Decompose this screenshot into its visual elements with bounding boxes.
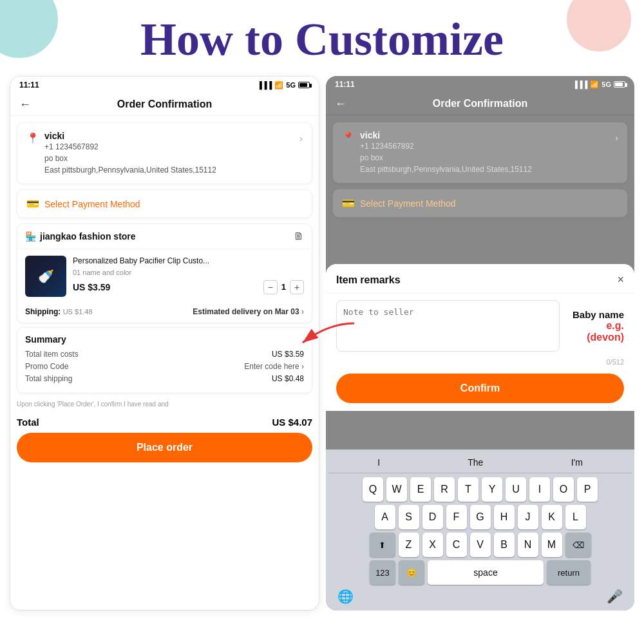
- suggestion-the[interactable]: The: [468, 457, 483, 468]
- emoji-key[interactable]: 😊: [399, 560, 424, 585]
- right-address-line2: East pittsburgh,Pennsylvania,United Stat…: [360, 164, 610, 175]
- product-variant: 01 name and color: [73, 269, 304, 276]
- modal-close-button[interactable]: ×: [617, 273, 624, 287]
- key-a[interactable]: A: [375, 505, 395, 529]
- char-count: 0/512: [326, 358, 634, 370]
- battery-icon: [298, 82, 310, 88]
- address-line2: East pittsburgh,Pennsylvania,United Stat…: [44, 164, 294, 176]
- note-icon[interactable]: 🗎: [294, 231, 304, 242]
- keyboard-row-2: A S D F G H J K L: [328, 505, 632, 529]
- key-i[interactable]: I: [529, 477, 550, 502]
- left-payment-text: Select Payment Method: [44, 199, 140, 209]
- key-w[interactable]: W: [386, 477, 407, 502]
- key-k[interactable]: K: [542, 505, 562, 529]
- suggestion-im[interactable]: I'm: [571, 457, 583, 468]
- right-battery-icon: [614, 81, 625, 88]
- place-order-button[interactable]: Place order: [17, 433, 312, 462]
- backspace-key[interactable]: ⌫: [565, 533, 591, 557]
- key-p[interactable]: P: [577, 477, 598, 502]
- address-phone: +1 1234567892: [44, 141, 294, 153]
- key-h[interactable]: H: [494, 505, 515, 529]
- keyboard-row-3: ⬆ Z X C V B N M ⌫: [328, 533, 632, 557]
- key-o[interactable]: O: [553, 477, 574, 502]
- key-s[interactable]: S: [399, 505, 419, 529]
- right-nav-bar: ← Order Confirmation: [326, 93, 634, 115]
- suggestion-i[interactable]: I: [377, 457, 380, 468]
- left-address-card[interactable]: 📍 vicki +1 1234567892 po box East pittsb…: [17, 122, 312, 184]
- left-nav-title: Order Confirmation: [117, 99, 213, 110]
- summary-section: Summary Total item costs US $3.59 Promo …: [17, 327, 312, 393]
- key-d[interactable]: D: [422, 505, 443, 529]
- keyboard-bottom-icons: 🌐 🎤: [328, 585, 632, 604]
- summary-val-1: Enter code here ›: [244, 362, 304, 371]
- right-status-bar: 11:11 ▐▐▐ 📶 5G: [326, 76, 634, 93]
- right-back-button[interactable]: ←: [335, 97, 346, 111]
- globe-icon[interactable]: 🌐: [337, 589, 354, 604]
- key-f[interactable]: F: [446, 505, 467, 529]
- address-content: vicki +1 1234567892 po box East pittsbur…: [44, 131, 294, 176]
- page-title: How to Customize: [0, 0, 644, 76]
- left-payment-row[interactable]: 💳 Select Payment Method: [17, 189, 312, 218]
- product-row: 🍼 Personalized Baby Pacifier Clip Custo.…: [17, 249, 312, 303]
- qty-value: 1: [281, 282, 286, 292]
- store-icon: 🏪: [25, 231, 36, 242]
- store-header: 🏪 jiangkao fashion store 🗎: [17, 224, 312, 249]
- right-location-icon: 📍: [342, 131, 355, 144]
- key-e[interactable]: E: [410, 477, 431, 502]
- total-row: Total US $4.07: [10, 412, 319, 433]
- right-time: 11:11: [335, 80, 355, 89]
- baby-name-label: Baby name: [573, 309, 624, 320]
- summary-key-2: Total shipping: [25, 374, 72, 383]
- right-panel: 11:11 ▐▐▐ 📶 5G ← Order Confirmation 📍: [326, 76, 634, 611]
- key-m[interactable]: M: [542, 533, 562, 557]
- key-n[interactable]: N: [518, 533, 538, 557]
- keyboard-row-1: Q W E R T Y U I O P: [328, 477, 632, 502]
- left-back-button[interactable]: ←: [19, 98, 31, 111]
- mic-icon[interactable]: 🎤: [607, 589, 623, 604]
- key-r[interactable]: R: [434, 477, 455, 502]
- shipping-label: Shipping:: [25, 307, 61, 316]
- right-payment-row[interactable]: 💳 Select Payment Method: [332, 189, 628, 218]
- summary-val-2: US $0.48: [272, 374, 304, 383]
- note-to-seller-input[interactable]: [336, 300, 560, 352]
- confirm-button[interactable]: Confirm: [336, 374, 624, 403]
- return-key[interactable]: return: [547, 560, 591, 585]
- left-store-section: 🏪 jiangkao fashion store 🗎 🍼 Personalize…: [17, 223, 312, 323]
- item-remarks-modal: Item remarks × Baby name e.g.(devon) 0/5…: [326, 264, 634, 411]
- space-key[interactable]: space: [428, 560, 544, 585]
- qty-control: − 1 +: [263, 280, 304, 294]
- qty-minus-button[interactable]: −: [263, 280, 278, 294]
- shift-key[interactable]: ⬆: [370, 533, 395, 557]
- qty-plus-button[interactable]: +: [290, 280, 304, 294]
- right-address-card[interactable]: 📍 vicki +1 1234567892 po box East pittsb…: [332, 122, 628, 184]
- summary-row-1[interactable]: Promo Code Enter code here ›: [25, 362, 304, 371]
- total-label: Total: [17, 417, 39, 428]
- key-j[interactable]: J: [518, 505, 538, 529]
- key-v[interactable]: V: [470, 533, 491, 557]
- keyboard-suggestions: I The I'm: [328, 455, 632, 473]
- key-l[interactable]: L: [565, 505, 586, 529]
- numbers-key[interactable]: 123: [370, 560, 395, 585]
- key-z[interactable]: Z: [399, 533, 419, 557]
- key-c[interactable]: C: [446, 533, 467, 557]
- summary-row-2: Total shipping US $0.48: [25, 374, 304, 383]
- key-u[interactable]: U: [506, 477, 526, 502]
- summary-key-0: Total item costs: [25, 350, 79, 359]
- key-x[interactable]: X: [422, 533, 443, 557]
- key-b[interactable]: B: [494, 533, 515, 557]
- right-wifi-icon: 📶: [590, 80, 599, 89]
- address-name: vicki: [44, 131, 294, 141]
- product-price-row: US $3.59 − 1 +: [73, 280, 304, 294]
- left-status-bar: 11:11 ▐▐▐ 📶 5G: [10, 77, 319, 93]
- summary-row-0: Total item costs US $3.59: [25, 350, 304, 359]
- total-value: US $4.07: [272, 417, 312, 428]
- key-q[interactable]: Q: [363, 477, 383, 502]
- shipping-delivery-text: Estimated delivery on Mar 03: [193, 307, 299, 316]
- key-g[interactable]: G: [470, 505, 491, 529]
- product-title: Personalized Baby Pacifier Clip Custo...: [73, 256, 304, 267]
- shipping-delivery: Estimated delivery on Mar 03 ›: [193, 307, 304, 316]
- modal-header: Item remarks ×: [326, 264, 634, 294]
- key-y[interactable]: Y: [482, 477, 502, 502]
- product-image: 🍼: [25, 256, 66, 297]
- key-t[interactable]: T: [458, 477, 478, 502]
